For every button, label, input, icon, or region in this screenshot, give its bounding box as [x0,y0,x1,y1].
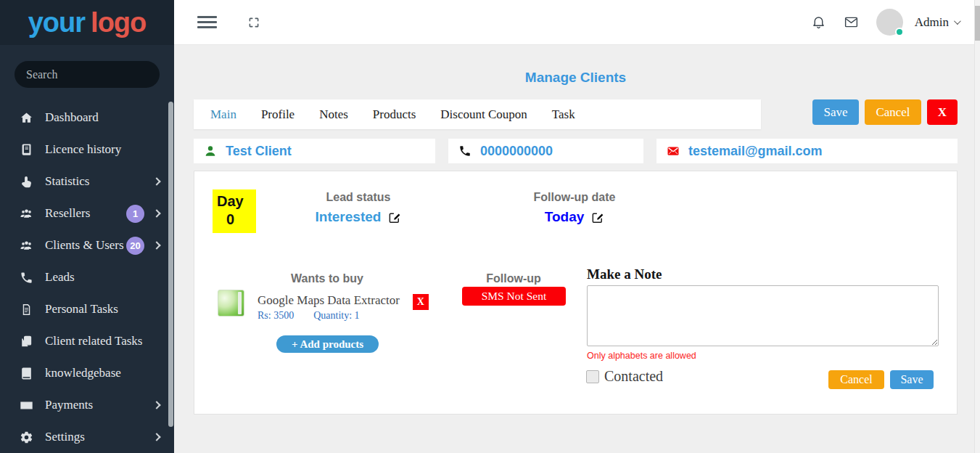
followup-date-group: Follow-up date Today [534,191,616,225]
sidebar-item-client-related-tasks[interactable]: Client related Tasks [0,325,174,357]
edit-followup-date-icon[interactable] [590,211,604,224]
sidebar-search-box [15,61,160,88]
followup-date-label: Follow-up date [534,191,616,204]
users-icon [19,239,34,253]
phone-icon [458,144,472,158]
product-item: Google Maps Data ExtractorRs: 3500Quanti… [218,290,429,322]
sidebar-item-label: Licence history [45,142,121,157]
envelope-icon[interactable] [844,15,859,30]
followup-date-value: Today [545,209,585,225]
close-button[interactable]: X [927,99,958,125]
tab-main[interactable]: Main [198,107,249,122]
sidebar-item-label: Personal Tasks [45,302,118,317]
remove-product-button[interactable]: X [413,294,429,310]
sidebar: yourlogo DashboardLicence historyStatist… [0,0,174,453]
user-menu[interactable]: Admin [915,15,959,30]
sidebar-item-knowledgebase[interactable]: knowledgebase [0,357,174,389]
day-counter: Day 0 [213,189,256,233]
sidebar-item-label: Resellers [45,206,90,221]
money-bill-icon [19,399,34,412]
client-email-box[interactable]: testemail@gmail.com [656,139,958,163]
gear-icon [19,430,34,444]
product-price: Rs: 3500 [258,310,294,322]
product-quantity: Quantity: 1 [313,310,359,322]
phone-icon [19,271,34,285]
note-textarea[interactable] [587,285,939,346]
online-status-dot [895,28,904,36]
edit-lead-status-icon[interactable] [387,211,401,224]
client-phone-box[interactable]: 0000000000 [448,139,643,163]
product-list: Google Maps Data ExtractorRs: 3500Quanti… [218,290,429,322]
sidebar-item-settings[interactable]: Settings [0,421,174,453]
contacted-checkbox[interactable] [586,370,599,383]
client-detail-card: Day 0 Lead status Interested Follow-up d… [194,171,958,415]
action-buttons: Save Cancel X [812,99,958,125]
tab-task[interactable]: Task [540,107,588,122]
chevron-right-icon [152,433,160,441]
sidebar-item-label: Leads [45,270,75,285]
sidebar-item-label: Clients & Users [45,238,124,253]
page-scrollbar[interactable] [974,0,980,453]
logo-text-your: your [28,7,85,38]
wants-to-buy-label: Wants to buy [291,272,363,285]
header-actions: Admin [811,9,959,36]
book-lines-icon [19,143,34,157]
sidebar-item-label: Settings [45,430,85,444]
hamburger-menu-icon[interactable] [197,16,217,28]
sms-status-badge: SMS Not Sent [462,287,566,306]
tab-notes[interactable]: Notes [307,107,361,122]
product-thumbnail [218,290,244,317]
day-label: Day [217,192,256,211]
chevron-right-icon [152,401,160,409]
user-menu-label: Admin [915,15,949,30]
sidebar-item-label: Client related Tasks [45,334,142,348]
note-cancel-button[interactable]: Cancel [828,370,884,389]
user-icon [204,144,217,158]
sidebar-item-resellers[interactable]: Resellers1 [0,197,174,229]
day-value: 0 [226,211,256,229]
sidebar-item-leads[interactable]: Leads [0,261,174,293]
sidebar-item-clients-users[interactable]: Clients & Users20 [0,229,174,261]
tab-discount-coupon[interactable]: Discount Coupon [428,107,539,122]
book-solid-icon [19,367,34,380]
cancel-button[interactable]: Cancel [865,99,921,125]
page-scrollbar-thumb[interactable] [975,6,980,41]
page-title: Manage Clients [194,70,958,86]
main-content: Manage Clients MainProfileNotesProductsD… [174,45,974,453]
product-name: Google Maps Data Extractor [258,293,400,308]
chevron-right-icon [152,241,160,249]
fullscreen-icon[interactable] [247,16,260,29]
sidebar-item-dashboard[interactable]: Dashboard [0,102,174,134]
tab-profile[interactable]: Profile [249,107,307,122]
envelope-red-icon [667,144,680,158]
sidebar-scrollbar[interactable] [168,102,173,427]
copy-icon [19,335,34,348]
sidebar-item-licence-history[interactable]: Licence history [0,134,174,166]
app-logo[interactable]: yourlogo [0,0,174,45]
contacted-label: Contacted [604,368,663,385]
sidebar-item-label: Dashboard [45,110,99,125]
sidebar-nav: DashboardLicence historyStatisticsResell… [0,102,174,453]
sidebar-item-personal-tasks[interactable]: Personal Tasks [0,293,174,325]
chevron-right-icon [152,177,160,185]
bell-icon[interactable] [811,15,826,30]
search-input[interactable] [26,68,148,81]
client-name-box[interactable]: Test Client [194,139,435,163]
save-button[interactable]: Save [812,99,859,125]
chevron-down-icon [954,17,961,25]
add-products-button[interactable]: + Add products [276,335,379,353]
client-info-row: Test Client 0000000000 testemail@gmail.c… [194,139,958,163]
logo-text-logo: logo [91,7,146,38]
avatar[interactable] [876,9,903,36]
sidebar-item-label: Statistics [45,174,89,189]
client-phone: 0000000000 [480,144,553,159]
sidebar-item-payments[interactable]: Payments [0,389,174,421]
sidebar-item-statistics[interactable]: Statistics [0,166,174,197]
top-header: Admin [174,0,974,45]
tab-products[interactable]: Products [361,107,429,122]
note-save-button[interactable]: Save [890,370,934,389]
lead-status-group: Lead status Interested [316,191,402,225]
followup-label: Follow-up [486,272,541,285]
lead-status-value: Interested [316,209,382,225]
toolbar-row: MainProfileNotesProductsDiscount CouponT… [194,99,958,129]
